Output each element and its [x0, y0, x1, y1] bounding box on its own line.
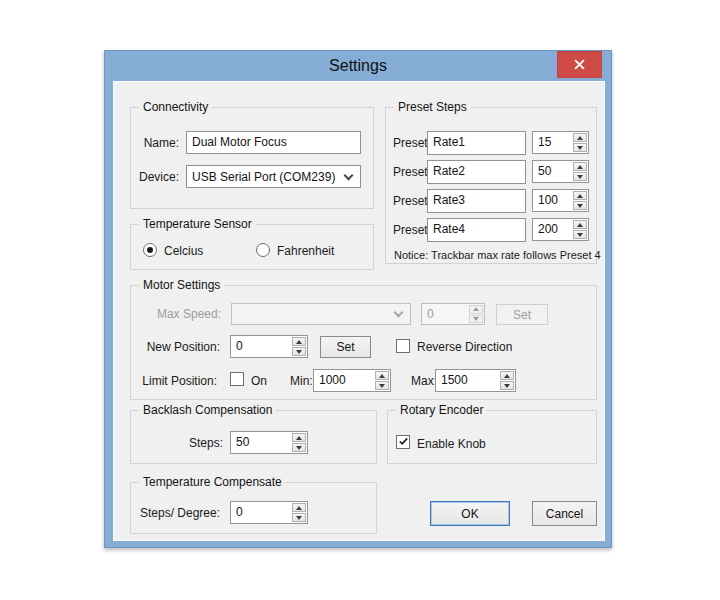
close-button[interactable] — [557, 51, 602, 78]
group-backlash-label: Backlash Compensation — [139, 403, 276, 418]
min-spinner[interactable]: 1000 — [313, 369, 391, 392]
preset3-name-input[interactable]: Rate3 — [427, 189, 526, 213]
max-value[interactable]: 1500 — [436, 370, 499, 391]
group-rotary-encoder: Rotary Encoder Enable Knob — [387, 410, 597, 464]
down-arrow-icon — [379, 384, 385, 388]
device-label: Device: — [131, 169, 179, 185]
group-rotary-encoder-label: Rotary Encoder — [396, 403, 487, 418]
spin-up-button[interactable] — [292, 337, 306, 346]
spin-up-button — [469, 305, 483, 314]
reverse-direction-checkbox[interactable] — [396, 339, 410, 353]
down-arrow-icon — [296, 350, 302, 354]
group-backlash-compensation: Backlash Compensation Steps: 50 — [130, 410, 377, 464]
group-connectivity-label: Connectivity — [139, 100, 212, 115]
group-preset-steps: Preset Steps Preset 1: Rate1 15 Preset 2… — [385, 107, 597, 264]
down-arrow-icon — [577, 233, 583, 237]
backlash-steps-label: Steps: — [131, 435, 223, 451]
spin-down-button[interactable] — [375, 381, 389, 390]
preset1-name-input[interactable]: Rate1 — [427, 131, 526, 155]
group-temperature-sensor: Temperature Sensor Celcius Fahrenheit — [130, 224, 374, 270]
group-temperature-sensor-label: Temperature Sensor — [139, 217, 256, 232]
limit-position-label: Limit Position: — [131, 373, 217, 389]
ok-button[interactable]: OK — [430, 501, 510, 526]
spin-down-button[interactable] — [573, 201, 587, 210]
group-motor-settings: Motor Settings Max Speed: 0 Set New Posi… — [130, 285, 597, 400]
celcius-label: Celcius — [164, 243, 203, 259]
max-speed-select — [231, 303, 411, 325]
spin-up-button[interactable] — [500, 371, 514, 380]
new-position-set-button[interactable]: Set — [320, 336, 371, 358]
preset4-rate-value[interactable]: 200 — [533, 219, 572, 240]
up-arrow-icon — [473, 307, 479, 311]
new-position-spinner[interactable]: 0 — [230, 335, 308, 358]
group-preset-steps-label: Preset Steps — [394, 100, 471, 115]
device-select[interactable]: USB Serial Port (COM239) — [186, 165, 361, 188]
dialog-title: Settings — [105, 51, 611, 80]
max-spinner[interactable]: 1500 — [435, 369, 516, 392]
spin-down-button[interactable] — [573, 143, 587, 152]
preset4-name-input[interactable]: Rate4 — [427, 218, 526, 242]
spin-up-button[interactable] — [573, 220, 587, 229]
enable-knob-label: Enable Knob — [417, 436, 486, 452]
up-arrow-icon — [577, 194, 583, 198]
spin-up-button[interactable] — [292, 503, 306, 512]
preset3-rate-spinner[interactable]: 100 — [532, 189, 589, 212]
title-bar[interactable]: Settings — [105, 51, 611, 81]
max-speed-spinner-value: 0 — [422, 304, 468, 324]
steps-degree-value[interactable]: 0 — [231, 502, 291, 523]
preset2-rate-value[interactable]: 50 — [533, 161, 572, 182]
up-arrow-icon — [296, 436, 302, 440]
celcius-radio[interactable] — [143, 243, 157, 257]
dialog-client-area: Connectivity Name: Dual Motor Focus Devi… — [113, 81, 605, 541]
spin-down-button[interactable] — [573, 172, 587, 181]
backlash-steps-value[interactable]: 50 — [231, 432, 291, 453]
new-position-value[interactable]: 0 — [231, 336, 291, 357]
down-arrow-icon — [296, 446, 302, 450]
up-arrow-icon — [296, 340, 302, 344]
reverse-direction-label: Reverse Direction — [417, 339, 512, 355]
spin-down-button[interactable] — [292, 347, 306, 356]
min-value[interactable]: 1000 — [314, 370, 374, 391]
up-arrow-icon — [379, 374, 385, 378]
preset4-rate-spinner[interactable]: 200 — [532, 218, 589, 241]
preset2-name-input[interactable]: Rate2 — [427, 160, 526, 184]
group-connectivity: Connectivity Name: Dual Motor Focus Devi… — [130, 107, 374, 209]
name-input[interactable]: Dual Motor Focus — [186, 131, 361, 154]
backlash-steps-spinner[interactable]: 50 — [230, 431, 308, 454]
min-label: Min: — [290, 373, 313, 389]
max-speed-label: Max Speed: — [131, 306, 221, 322]
spin-down-button[interactable] — [573, 230, 587, 239]
spin-up-button[interactable] — [375, 371, 389, 380]
checkmark-icon — [398, 433, 409, 451]
spin-up-button[interactable] — [292, 433, 306, 442]
limit-position-on-checkbox[interactable] — [230, 372, 244, 386]
settings-dialog: Settings Connectivity Name: Dual Motor F… — [104, 50, 612, 548]
enable-knob-checkbox[interactable] — [396, 435, 410, 449]
group-motor-settings-label: Motor Settings — [139, 278, 224, 293]
chevron-down-icon — [344, 170, 354, 180]
down-arrow-icon — [473, 317, 479, 321]
preset2-rate-spinner[interactable]: 50 — [532, 160, 589, 183]
chevron-down-icon — [394, 308, 404, 318]
spin-down-button — [469, 315, 483, 324]
close-icon — [574, 56, 585, 74]
spin-up-button[interactable] — [573, 133, 587, 142]
spin-down-button[interactable] — [292, 443, 306, 452]
preset1-rate-value[interactable]: 15 — [533, 132, 572, 153]
group-temperature-compensate: Temperature Compensate Steps/ Degree: 0 — [130, 482, 377, 534]
fahrenheit-label: Fahrenheit — [277, 243, 334, 259]
cancel-button[interactable]: Cancel — [532, 501, 597, 526]
preset1-rate-spinner[interactable]: 15 — [532, 131, 589, 154]
preset3-rate-value[interactable]: 100 — [533, 190, 572, 211]
steps-degree-spinner[interactable]: 0 — [230, 501, 308, 524]
steps-degree-label: Steps/ Degree: — [131, 505, 220, 521]
spin-down-button[interactable] — [500, 381, 514, 390]
new-position-label: New Position: — [131, 339, 220, 355]
spin-up-button[interactable] — [573, 162, 587, 171]
down-arrow-icon — [504, 384, 510, 388]
spin-up-button[interactable] — [573, 191, 587, 200]
down-arrow-icon — [577, 204, 583, 208]
spin-down-button[interactable] — [292, 513, 306, 522]
fahrenheit-radio[interactable] — [256, 243, 270, 257]
limit-position-on-label: On — [251, 373, 267, 389]
